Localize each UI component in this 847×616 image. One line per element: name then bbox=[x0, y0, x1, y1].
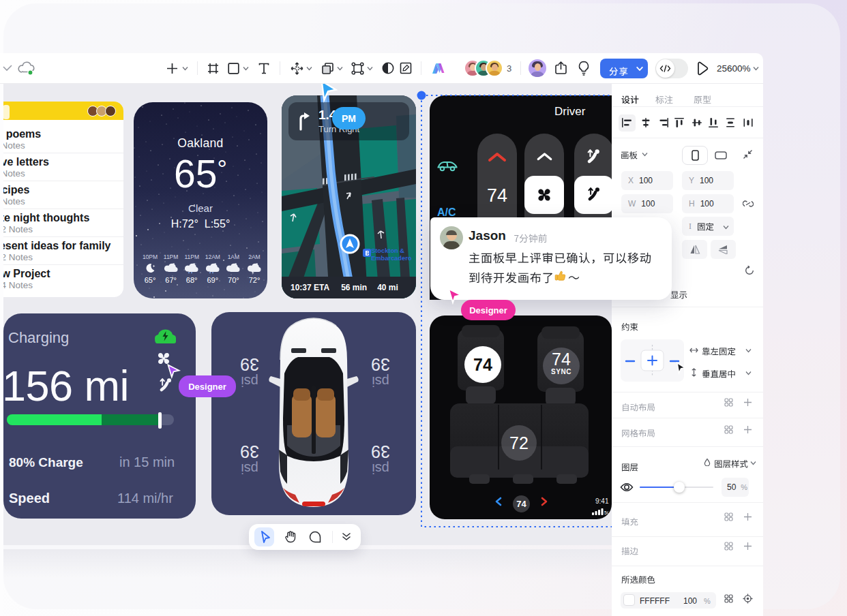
svg-text:Stockton &: Stockton & bbox=[371, 247, 404, 254]
svg-text:Embarcadero: Embarcadero bbox=[371, 255, 412, 262]
